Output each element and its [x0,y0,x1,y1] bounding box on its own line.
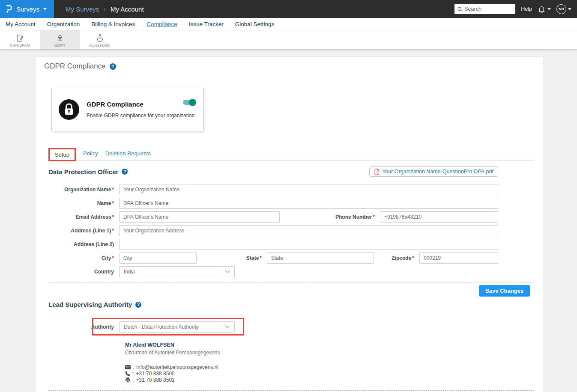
pdf-file-name: Your Organization Name-QuestionPro-DPA.p… [382,169,493,175]
required-mark: * [112,228,114,234]
dpa-pdf-button[interactable]: Your Organization Name-QuestionPro-DPA.p… [369,166,498,177]
form-row: Name* [48,198,498,209]
zipcode-input[interactable] [419,252,498,264]
name-label: Name [97,200,111,206]
tab-setup[interactable]: Setup [48,148,76,161]
authority-contact-title: Chairman of Autoriteit Persoonsgegevens [125,350,498,356]
search-icon [457,6,463,12]
required-mark: * [112,214,114,220]
search-box[interactable] [454,4,515,14]
dpo-save-button[interactable]: Save Changes [479,285,530,297]
nav-issue-tracker[interactable]: Issue Tracker [189,21,224,27]
required-mark: * [260,255,262,261]
lsa-heading: Lead Supervising Authority [48,301,132,308]
setup-tabs: Setup Policy Deletion Requests [48,148,534,161]
email-input[interactable] [119,211,280,223]
questionpro-logo-icon [5,4,12,14]
nav-global-settings[interactable]: Global Settings [235,21,275,27]
address-line1-input[interactable] [119,225,498,236]
breadcrumb: My Surveys › My Account [66,0,144,18]
nav-compliance[interactable]: Compliance [146,21,177,27]
address-line2-input[interactable] [119,239,498,250]
authority-label: Authority [91,324,114,330]
envelope-icon [125,365,131,369]
help-icon[interactable]: ? [110,63,116,70]
gdpr-card-subtitle: Enable GDPR compliance for your organiza… [87,113,194,119]
section-divider [48,390,534,391]
tab-policy[interactable]: Policy [83,150,98,160]
authority-selected-value: Dutch - Data Protection Authority [124,324,199,330]
tab-can-spam[interactable]: CAN-SPAM [0,30,40,49]
nav-my-account[interactable]: My Account [6,21,36,27]
chevron-down-icon [568,8,571,10]
lsa-form: Authority Dutch - Data Protection Author… [48,321,498,383]
tab-gdpr[interactable]: GDPR [40,30,80,49]
tab-accessibility[interactable]: Accessibility [80,30,120,49]
wheelchair-icon [96,34,104,42]
state-label: State [246,255,259,261]
required-mark: * [112,255,114,261]
gdpr-toggle[interactable] [183,100,195,105]
address2-label: Address (Line 2) [74,241,114,247]
phone-input[interactable] [380,211,498,223]
gdpr-compliance-panel: GDPR Compliance ? GDPR Compliance Enable… [36,57,543,392]
dpo-heading: Data Protection Officer [48,168,118,175]
page-title: GDPR Compliance [44,62,106,71]
tab-label: GDPR [54,43,65,48]
gdpr-card-title: GDPR Compliance [87,101,194,108]
lsa-header: Lead Supervising Authority ? [48,301,498,308]
country-label: Country [94,269,114,275]
required-mark: * [412,255,414,261]
city-label: City [102,255,111,261]
chevron-down-icon [225,270,230,273]
top-navbar: Surveys My Surveys › My Account Help [0,0,577,18]
organization-name-label: Organization Name [64,187,111,193]
phone-icon [125,371,130,376]
fax-icon [125,377,130,383]
account-menu[interactable]: NB [556,4,571,14]
gdpr-toggle-card: GDPR Compliance Enable GDPR compliance f… [51,88,203,131]
zipcode-label: Zipcode [392,255,411,261]
help-icon[interactable]: ? [135,302,141,308]
contact-fax-value: +31 70 888 8501 [136,377,174,383]
chevron-down-icon [547,8,551,10]
email-label: Email Address [75,214,111,220]
state-input[interactable] [267,252,374,264]
authority-contact-card: Mr Aleid WOLFSEN Chairman of Autoriteit … [125,342,498,383]
nav-organization[interactable]: Organization [47,21,80,27]
padlock-icon [56,34,64,42]
form-row: Organization Name* [48,184,498,195]
phone-label: Phone Number [335,214,372,220]
contact-email-line: : info@autoriteitpersoonsgegevens.nl [125,364,498,370]
organization-name-input[interactable] [119,184,498,195]
breadcrumb-separator: › [104,6,106,12]
form-row: Address (Line 2) [48,239,498,250]
address1-label: Address (Line 1) [71,228,111,234]
form-row: Country India [48,266,498,277]
country-selected-value: India [124,269,135,275]
tab-label: CAN-SPAM [10,43,30,48]
required-mark: * [373,214,375,220]
dpo-form: Organization Name* Name* Email Address* … [48,184,498,277]
tab-deletion-requests[interactable]: Deletion Requests [105,150,151,160]
topbar-actions: Help NB [454,0,577,18]
help-link[interactable]: Help [521,6,532,12]
breadcrumb-my-surveys[interactable]: My Surveys [66,6,99,13]
toggle-knob [189,99,196,106]
breadcrumb-my-account: My Account [111,6,144,13]
form-row: City* State* Zipcode* [48,252,498,264]
avatar: NB [556,4,566,14]
form-row: Email Address* Phone Number* [48,211,498,223]
nav-billing-invoices[interactable]: Billing & Invoices [91,21,135,27]
search-input[interactable] [464,6,513,12]
product-switcher[interactable]: Surveys [0,0,54,18]
notifications-menu[interactable] [538,5,551,13]
help-icon[interactable]: ? [122,169,128,175]
country-select[interactable]: India [119,266,235,277]
city-input[interactable] [119,252,197,264]
authority-select[interactable]: Dutch - Data Protection Authority [119,321,235,333]
authority-row: Authority Dutch - Data Protection Author… [48,321,498,333]
dpa-name-input[interactable] [119,198,498,209]
gdpr-card-text: GDPR Compliance Enable GDPR compliance f… [87,99,194,120]
required-mark: * [112,187,114,193]
